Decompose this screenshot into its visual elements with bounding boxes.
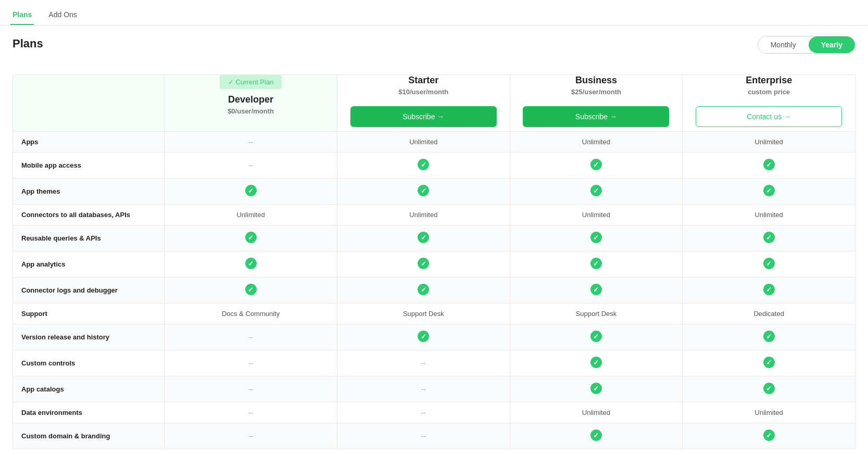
feature-val-developer: Unlimited (165, 205, 337, 225)
plan-header-developer: ✓ Current Plan Developer $0/user/month (165, 75, 337, 132)
feature-val-business: Unlimited (510, 402, 683, 423)
feature-val-business (510, 225, 683, 251)
feature-name-cell: Connectors to all databases, APIs (13, 205, 165, 225)
feature-val-developer: -- (165, 324, 337, 350)
feature-name-cell: Connector logs and debugger (13, 277, 165, 304)
table-row: Reusable queries & APIs (13, 225, 856, 251)
plan-price-starter: $10/user/month (337, 88, 510, 96)
feature-val-enterprise: Unlimited (683, 132, 856, 153)
check-icon (418, 232, 429, 243)
contact-enterprise-button[interactable]: Contact us → (696, 106, 842, 127)
feature-val-starter (337, 153, 510, 179)
subscribe-business-wrapper: Subscribe → (510, 96, 683, 131)
feature-col-header (13, 75, 165, 132)
check-icon (763, 232, 775, 243)
plan-price-developer: $0/user/month (165, 107, 337, 115)
check-icon (590, 258, 602, 269)
check-icon (245, 232, 257, 243)
feature-val-starter: -- (337, 376, 510, 402)
feature-val-developer: -- (165, 153, 337, 179)
check-icon (763, 383, 775, 394)
feature-val-developer (165, 277, 337, 304)
plan-price-enterprise: custom price (683, 88, 855, 96)
check-icon (763, 357, 775, 368)
feature-name-cell: Data environments (13, 402, 165, 423)
feature-val-business: Unlimited (510, 132, 683, 153)
check-icon (763, 185, 775, 196)
dash-value: -- (421, 432, 426, 440)
check-icon (590, 357, 602, 368)
subscribe-starter-button[interactable]: Subscribe → (350, 106, 497, 127)
feature-val-starter: -- (337, 350, 510, 376)
feature-val-enterprise (683, 277, 856, 304)
feature-name-cell: Apps (13, 132, 165, 153)
feature-val-enterprise (683, 179, 856, 205)
plan-name-starter: Starter (337, 75, 510, 86)
feature-val-enterprise (683, 225, 856, 251)
feature-val-enterprise: Dedicated (683, 304, 856, 324)
feature-val-enterprise (683, 251, 856, 277)
table-row: Data environments----UnlimitedUnlimited (13, 402, 856, 423)
feature-val-developer: -- (165, 132, 337, 153)
feature-val-starter (337, 179, 510, 205)
table-row: Apps--UnlimitedUnlimitedUnlimited (13, 132, 856, 153)
feature-val-developer: -- (165, 423, 337, 449)
check-icon (763, 331, 775, 342)
nav-plans[interactable]: Plans (10, 6, 34, 25)
feature-val-enterprise: Unlimited (683, 402, 856, 423)
dash-value: -- (421, 359, 426, 367)
check-icon (418, 258, 429, 269)
table-row: App catalogs---- (13, 376, 856, 402)
plan-header-business: Business $25/user/month Subscribe → (510, 75, 683, 132)
table-row: Connectors to all databases, APIsUnlimit… (13, 205, 856, 225)
feature-val-enterprise: Unlimited (683, 205, 856, 225)
feature-val-enterprise (683, 376, 856, 402)
feature-val-starter: -- (337, 402, 510, 423)
check-icon (418, 331, 429, 342)
feature-val-enterprise (683, 324, 856, 350)
check-icon (590, 185, 602, 196)
feature-name-cell: Custom domain & branding (13, 423, 165, 449)
contact-enterprise-wrapper: Contact us → (683, 96, 855, 131)
feature-val-starter (337, 251, 510, 277)
subscribe-business-button[interactable]: Subscribe → (523, 106, 669, 127)
feature-val-enterprise (683, 350, 856, 376)
table-row: Version release and history-- (13, 324, 856, 350)
nav-addons[interactable]: Add Ons (46, 6, 79, 25)
feature-val-business: Unlimited (510, 205, 683, 225)
feature-val-enterprise (683, 423, 856, 449)
check-icon (763, 284, 775, 295)
check-icon (245, 258, 257, 269)
check-icon (590, 159, 602, 170)
feature-val-developer: -- (165, 402, 337, 423)
plan-price-business: $25/user/month (510, 88, 683, 96)
subscribe-starter-wrapper: Subscribe → (337, 96, 510, 131)
dash-value: -- (248, 409, 253, 416)
feature-val-business (510, 376, 683, 402)
table-row: App analytics (13, 251, 856, 277)
toggle-yearly[interactable]: Yearly (809, 36, 855, 53)
check-icon (590, 383, 602, 394)
feature-val-business (510, 324, 683, 350)
feature-val-business (510, 153, 683, 179)
feature-val-starter (337, 277, 510, 304)
page-title: Plans (12, 37, 43, 50)
check-icon (245, 284, 257, 295)
table-row: SupportDocs & CommunitySupport DeskSuppo… (13, 304, 856, 324)
table-row: App themes (13, 179, 856, 205)
feature-val-developer (165, 225, 337, 251)
feature-name-cell: Mobile app access (13, 153, 165, 179)
billing-toggle: Monthly Yearly (758, 36, 856, 54)
dash-value: -- (248, 161, 253, 169)
feature-name-cell: Version release and history (13, 324, 165, 350)
check-icon (763, 429, 775, 441)
check-icon (763, 258, 775, 269)
toggle-monthly[interactable]: Monthly (758, 36, 809, 53)
dash-value: -- (421, 409, 426, 416)
toggle-container: Monthly Yearly (758, 36, 856, 54)
feature-val-business (510, 179, 683, 205)
current-plan-badge: ✓ Current Plan (220, 75, 282, 89)
check-icon (590, 232, 602, 243)
feature-val-developer (165, 179, 337, 205)
top-navigation: Plans Add Ons (0, 0, 868, 26)
